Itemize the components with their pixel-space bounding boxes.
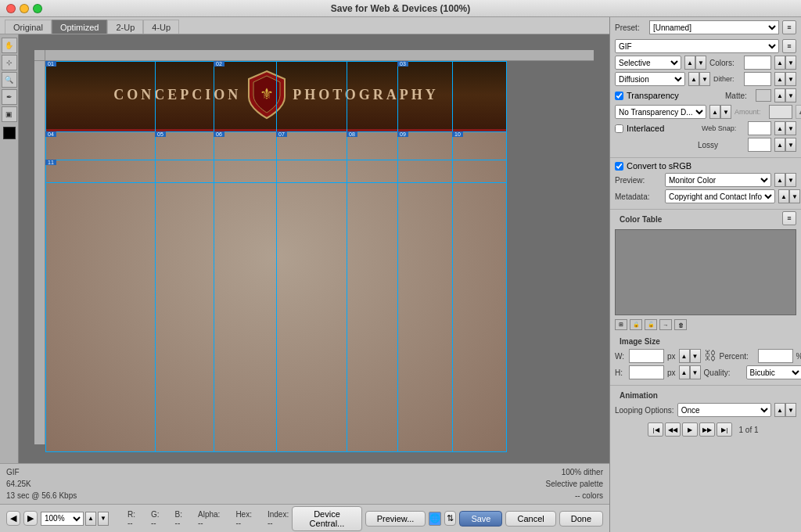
zoom-up-btn[interactable]: ▲: [85, 512, 96, 526]
dither-input[interactable]: 100%: [744, 72, 771, 86]
prev-canvas-btn[interactable]: ◀: [6, 511, 20, 526]
websnap-down[interactable]: ▼: [785, 121, 796, 135]
metadata-steppers: ▲ ▼: [778, 189, 800, 203]
ct-map-btn[interactable]: ⊞: [615, 319, 627, 330]
percent-input[interactable]: 100: [758, 349, 793, 363]
eyedropper-tool[interactable]: ✒: [2, 89, 17, 105]
dithering-down[interactable]: ▼: [699, 72, 710, 86]
looping-select[interactable]: Once Forever Other...: [677, 403, 771, 417]
tab-4up[interactable]: 4-Up: [143, 20, 179, 34]
metadata-down[interactable]: ▼: [789, 189, 800, 203]
anim-prev-btn[interactable]: ◀◀: [665, 422, 681, 437]
height-input[interactable]: 600: [629, 365, 664, 379]
preview-select[interactable]: Monitor Color: [665, 173, 771, 187]
save-button[interactable]: Save: [459, 511, 502, 527]
format-menu-btn[interactable]: ≡: [782, 39, 796, 53]
anim-counter: 1 of 1: [734, 426, 763, 434]
dithering-select[interactable]: Diffusion Pattern Noise No Dither: [615, 72, 685, 86]
looping-up[interactable]: ▲: [774, 403, 785, 417]
maximize-button[interactable]: [33, 4, 42, 13]
preview-button[interactable]: Preview...: [365, 511, 426, 527]
ct-unlock-btn[interactable]: 🔓: [645, 319, 657, 330]
height-up[interactable]: ▲: [679, 365, 690, 379]
coord-index: Index: --: [268, 510, 289, 527]
preview-down[interactable]: ▼: [785, 173, 796, 187]
no-trans-up[interactable]: ▲: [709, 105, 720, 119]
width-down[interactable]: ▼: [690, 349, 701, 363]
window-controls[interactable]: [6, 4, 42, 13]
tab-2up[interactable]: 2-Up: [107, 20, 143, 34]
color-reduction-down[interactable]: ▼: [695, 56, 706, 70]
format-select[interactable]: GIF JPEG PNG-8 PNG-24: [615, 39, 779, 53]
amount-up[interactable]: ▲: [796, 105, 801, 119]
color-table-section: Color Table ≡ ⊞ 🔒 🔓 → 🗑: [610, 210, 801, 332]
cancel-button[interactable]: Cancel: [505, 511, 555, 527]
zoom-select[interactable]: 100% 50% 200%: [41, 512, 84, 526]
next-canvas-btn[interactable]: ▶: [23, 511, 38, 526]
ct-add-btn[interactable]: →: [659, 319, 672, 330]
done-button[interactable]: Done: [559, 511, 603, 527]
width-input[interactable]: 955: [629, 349, 664, 363]
lossy-down[interactable]: ▼: [785, 138, 796, 152]
metadata-up[interactable]: ▲: [778, 189, 789, 203]
minimize-button[interactable]: [20, 4, 29, 13]
colors-down[interactable]: ▼: [785, 56, 796, 70]
zoom-tool[interactable]: 🔍: [2, 72, 17, 88]
dithering-up[interactable]: ▲: [688, 72, 699, 86]
colors-input[interactable]: 256: [744, 56, 771, 70]
interlaced-checkbox[interactable]: [615, 124, 623, 133]
status-colors: -- colors: [575, 490, 603, 501]
close-button[interactable]: [6, 4, 16, 13]
format-section: GIF JPEG PNG-8 PNG-24 ≡ Selective Adapti…: [610, 36, 801, 158]
websnap-input[interactable]: 0%: [748, 121, 771, 135]
height-down[interactable]: ▼: [690, 365, 701, 379]
animation-title: Animation: [615, 389, 796, 401]
quality-select[interactable]: Bicubic Bilinear Nearest Neighbor: [746, 365, 801, 379]
color-reduction-up[interactable]: ▲: [684, 56, 695, 70]
color-reduction-select[interactable]: Selective Adaptive Perceptual: [615, 56, 681, 70]
dither-up[interactable]: ▲: [774, 72, 785, 86]
right-panel: Preset: [Unnamed] ≡ GIF JPEG PNG-8 PNG-2…: [609, 17, 801, 532]
site-title-left: CONCEPCION: [113, 87, 241, 103]
toggle-slice-tool[interactable]: ▣: [2, 106, 17, 122]
up-down-btn[interactable]: ⇅: [444, 511, 456, 526]
tab-optimized[interactable]: Optimized: [52, 20, 108, 34]
foreground-color[interactable]: [3, 127, 16, 139]
websnap-up[interactable]: ▲: [774, 121, 785, 135]
dither-down[interactable]: ▼: [785, 72, 796, 86]
width-up[interactable]: ▲: [679, 349, 690, 363]
color-table-menu-btn[interactable]: ≡: [782, 211, 796, 225]
transparency-checkbox[interactable]: [615, 92, 623, 100]
zoom-down-btn[interactable]: ▼: [98, 512, 109, 526]
window-title: Save for Web & Devices (100%): [331, 3, 471, 14]
canvas-viewport[interactable]: CONCEPCION ⚜ PHOTOGRAPHY: [19, 34, 609, 463]
slice-select-tool[interactable]: ⊹: [2, 55, 17, 70]
device-central-button[interactable]: Device Central...: [292, 506, 362, 531]
no-trans-down[interactable]: ▼: [720, 105, 731, 119]
anim-play-btn[interactable]: ▶: [682, 422, 698, 437]
looping-down[interactable]: ▼: [785, 403, 796, 417]
matte-down[interactable]: ▼: [785, 88, 796, 102]
lossy-up[interactable]: ▲: [774, 138, 785, 152]
anim-last-btn[interactable]: ▶|: [717, 422, 732, 437]
link-icon: ⛓: [704, 349, 717, 363]
metadata-select[interactable]: Copyright and Contact Info None Copyrigh…: [665, 189, 775, 203]
lossy-input[interactable]: 0: [748, 138, 771, 152]
ct-trash-btn[interactable]: 🗑: [674, 319, 687, 330]
matte-swatch[interactable]: [756, 89, 771, 102]
colors-steppers: ▲ ▼: [774, 56, 796, 70]
tab-original[interactable]: Original: [5, 20, 52, 34]
anim-first-btn[interactable]: |◀: [648, 422, 663, 437]
matte-up[interactable]: ▲: [774, 88, 785, 102]
preset-menu-btn[interactable]: ≡: [782, 20, 796, 34]
hand-tool[interactable]: ✋: [2, 38, 17, 53]
srgb-checkbox[interactable]: [615, 162, 623, 171]
globe-icon[interactable]: 🌐: [429, 512, 441, 526]
amount-input[interactable]: [769, 105, 792, 119]
anim-next-btn[interactable]: ▶▶: [699, 422, 715, 437]
colors-up[interactable]: ▲: [774, 56, 785, 70]
preview-up[interactable]: ▲: [774, 173, 785, 187]
preset-select[interactable]: [Unnamed]: [649, 20, 779, 34]
ct-lock-btn[interactable]: 🔒: [630, 319, 642, 330]
no-transparency-select[interactable]: No Transparency D...: [615, 105, 706, 119]
